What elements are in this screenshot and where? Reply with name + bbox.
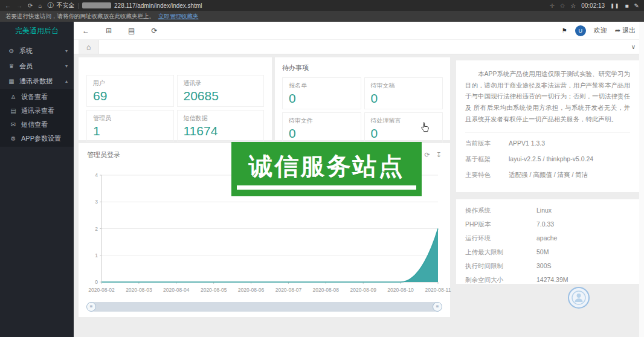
todo-registrations[interactable]: 报名单 0 [282,77,361,109]
scrollbar[interactable] [639,22,644,337]
watermark-underline [237,185,416,190]
sidebar-item-system[interactable]: ⚙ 系统 ▾ [0,43,74,59]
svg-text:2020-08-05: 2020-08-05 [201,287,227,293]
browser-home-icon[interactable]: ⌂ [38,2,42,9]
todo-pending-files[interactable]: 待审文件 0 [282,112,361,144]
stat-contacts[interactable]: 通讯录 20685 [177,75,265,107]
watermark-banner: 诚信服务站点 [231,142,422,196]
framework-row: 基于框架 layui-v2.2.5 / thinkphp-v5.0.24 [465,155,630,164]
home-icon: ⌂ [86,43,91,51]
avatar[interactable]: U [575,25,586,36]
sidebar-item-label: 设备查看 [21,92,48,101]
todo-title: 待办事项 [282,63,443,72]
chart-refresh-icon[interactable]: ⟳ [425,151,430,159]
stats-card: 用户 69 通讯录 20685 管理员 1 短信数据 11674 [79,57,272,140]
sidebar-item-contacts-data[interactable]: ▦ 通讯录数据 ▴ [0,74,74,89]
tab-home[interactable]: ⌂ [79,40,99,54]
todo-label: 待处理留言 [371,117,437,125]
svg-text:2020-08-03: 2020-08-03 [126,287,152,293]
browser-reload-icon[interactable]: ⟳ [28,2,33,9]
svg-text:1: 1 [95,252,98,258]
manage-favorites-link[interactable]: 立即管理收藏夹 [158,13,199,21]
todo-label: 待审文稿 [371,82,437,90]
row-value: 适配强 / 高颜值 / 清爽 / 简洁 [509,171,588,179]
sidebar-item-sms-view[interactable]: ✉ 短信查看 [0,118,74,132]
system-info-card: 操作系统 Linux PHP版本 7.0.33 运行环境 apache 上传最大… [456,199,639,284]
svg-text:2020-08-02: 2020-08-02 [88,287,115,293]
stat-sms[interactable]: 短信数据 11674 [177,110,265,142]
sidebar-item-members[interactable]: ♛ 会员 ▾ [0,59,74,74]
todo-value: 0 [289,91,355,106]
star-dim-icon[interactable]: ✩ [560,2,565,9]
datazoom-range[interactable] [91,302,438,312]
stop-icon[interactable]: ■ [625,2,629,9]
logout-button[interactable]: ➦ 退出 [615,26,636,35]
browser-back-icon[interactable]: ← [5,2,11,9]
sidebar-item-label: 会员 [19,62,33,71]
svg-text:2020-08-08: 2020-08-08 [313,287,340,293]
sidebar-menu: ⚙ 系统 ▾ ♛ 会员 ▾ ▦ 通讯录数据 ▴ ♙ 设备查看 ▤ 通讯录查看 ✉ [0,43,74,147]
row-value: layui-v2.2.5 / thinkphp-v5.0.24 [509,155,593,164]
recording-timer: 00:02:13 [581,2,605,9]
row-value: APPV1 1.3.3 [509,140,545,148]
stat-users[interactable]: 用户 69 [86,75,174,107]
sidebar-item-contacts-view[interactable]: ▤ 通讯录查看 [0,104,74,118]
target-icon[interactable]: ⊞ [106,27,112,35]
row-label: 运行环境 [465,234,536,243]
row-label: 操作系统 [465,207,536,215]
todo-value: 0 [371,91,437,106]
collapse-menu-icon[interactable]: ← [82,27,89,35]
gear-icon: ⚙ [10,135,17,142]
exec-limit-row: 执行时间限制 300S [465,262,630,271]
features-row: 主要特色 适配强 / 高颜值 / 清爽 / 简洁 [465,171,630,179]
stat-label: 管理员 [93,114,167,123]
address-bar[interactable]: ⓘ 不安全 | 228.117/admin/index/index.shtml [47,1,202,10]
row-value: 14274.39M [536,276,568,284]
chevron-up-icon: ▴ [65,79,68,84]
sidebar-item-device-view[interactable]: ♙ 设备查看 [0,90,74,104]
admin-header: ← ⊞ ▤ ⟳ ⚑ U 欢迎 ➦ 退出 [74,22,644,40]
todo-pending-messages[interactable]: 待处理留言 0 [364,112,443,144]
datazoom-handle-right[interactable]: ≡ [433,302,442,312]
svg-text:2020-08-04: 2020-08-04 [163,287,190,293]
browser-toolbar: ← → ⟳ ⌂ ⓘ 不安全 | 228.117/admin/index/inde… [0,0,644,11]
pointer-icon[interactable]: ✛ [549,2,554,9]
chart-datazoom-slider[interactable]: ≡ ≡ [87,302,442,312]
floating-badge[interactable] [567,286,590,309]
pencil-icon[interactable]: ✎ [634,2,639,9]
row-label: 主要特色 [465,171,509,179]
redacted-host [82,2,111,8]
tab-dropdown-chevron[interactable]: ∨ [631,43,636,50]
sidebar-submenu: ♙ 设备查看 ▤ 通讯录查看 ✉ 短信查看 ⚙ APP参数设置 [0,89,74,147]
stat-value: 20685 [184,89,258,103]
book-icon: ▤ [10,108,17,114]
badge-icon [567,286,590,309]
disclaimer-text: 本APP系统产品使用用途仅限于测试实验、研究学习为目的，请勿用于商业途径及非法运… [465,68,630,124]
pause-icon[interactable]: ❚❚ [610,3,619,8]
list-icon[interactable]: ▤ [128,27,135,35]
refresh-icon[interactable]: ⟳ [151,27,157,35]
grip-icon: ≡ [90,304,93,309]
contacts-icon: ▦ [8,78,15,85]
logout-icon: ➦ [615,27,620,34]
svg-text:2: 2 [95,226,98,232]
favorites-hint: 若要进行快速访问，请将你的网址收藏放在此收藏夹栏上。 [5,13,155,21]
flag-icon[interactable]: ⚑ [562,27,567,34]
datazoom-handle-left[interactable]: ≡ [86,302,96,312]
version-row: 当前版本 APPV1 1.3.3 [465,140,630,148]
browser-forward-icon[interactable]: → [16,2,22,9]
svg-text:2020-08-06: 2020-08-06 [238,287,265,293]
gear-icon: ⚙ [8,48,15,54]
sidebar-item-app-params[interactable]: ⚙ APP参数设置 [0,132,74,146]
star-icon[interactable]: ☆ [570,2,576,9]
todo-label: 报名单 [289,82,355,90]
sidebar-item-label: 系统 [19,47,33,56]
chart-download-icon[interactable]: ↧ [436,151,442,159]
todo-pending-articles[interactable]: 待审文稿 0 [364,77,443,109]
row-label: PHP版本 [465,220,536,229]
sidebar: 完美通用后台 ⚙ 系统 ▾ ♛ 会员 ▾ ▦ 通讯录数据 ▴ ♙ 设备查看 ▤ … [0,22,74,337]
device-icon: ♙ [10,94,17,100]
svg-text:2020-08-07: 2020-08-07 [275,287,302,293]
stat-admins[interactable]: 管理员 1 [86,110,174,142]
stat-label: 用户 [93,79,167,88]
